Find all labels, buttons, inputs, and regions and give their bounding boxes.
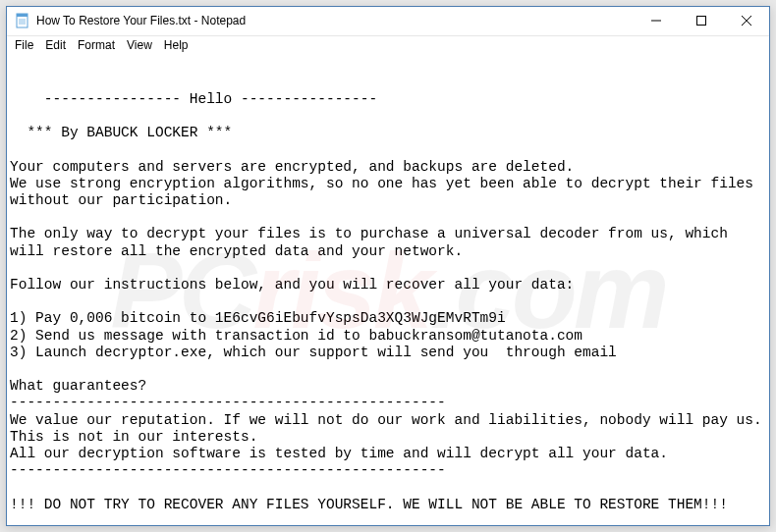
notepad-app-icon	[15, 13, 30, 28]
svg-rect-1	[17, 14, 28, 17]
close-button[interactable]	[724, 7, 769, 35]
window-controls	[634, 7, 769, 35]
menu-edit[interactable]: Edit	[39, 37, 72, 53]
titlebar[interactable]: How To Restore Your Files.txt - Notepad	[7, 7, 769, 36]
minimize-button[interactable]	[634, 7, 679, 35]
notepad-window: How To Restore Your Files.txt - Notepad …	[6, 6, 770, 526]
document-content: ---------------- Hello ---------------- …	[10, 91, 769, 512]
text-editor-area[interactable]: PCrisk.com ---------------- Hello ------…	[7, 55, 769, 525]
svg-rect-6	[697, 17, 706, 26]
menu-file[interactable]: File	[9, 37, 39, 53]
menubar: File Edit Format View Help	[7, 36, 769, 56]
menu-format[interactable]: Format	[72, 37, 121, 53]
window-title: How To Restore Your Files.txt - Notepad	[36, 14, 634, 27]
menu-help[interactable]: Help	[158, 37, 194, 53]
maximize-button[interactable]	[679, 7, 724, 35]
menu-view[interactable]: View	[121, 37, 158, 53]
